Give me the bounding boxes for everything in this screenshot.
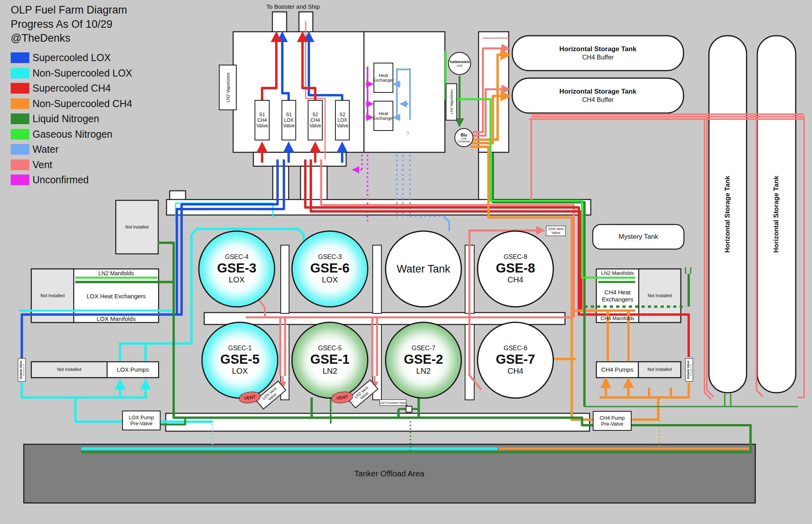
valve-s1-lox: S1 LOX Valve xyxy=(282,100,296,140)
mystery-tank-label: Mystery Tank xyxy=(593,225,684,249)
ln2-manifolds-right-label: LN2 Manifolds xyxy=(596,270,639,276)
ln2-crossfeed-valve-label: LN2 Crossfeed Valve xyxy=(379,399,406,406)
pillar xyxy=(281,245,289,313)
ln2-vaporizers-left: LN2 Vaporizers xyxy=(219,65,237,110)
legend-item: Non-Supercooled CH4 xyxy=(11,98,132,109)
legend-label: Liquid Nitrogen xyxy=(33,113,99,125)
legend-label: Unconfirmed xyxy=(33,174,89,186)
legend-swatch xyxy=(11,83,29,94)
vertical-tank-2-label: Horizontal Storage Tank xyxy=(757,36,796,393)
legend-label: Supercooled CH4 xyxy=(33,83,111,94)
lox-heat-exchangers-label: LOX Heat Exchangers xyxy=(74,293,159,300)
ch4-heat-exchangers-label: CH4 Heat Exchangers xyxy=(596,289,639,303)
pillar xyxy=(373,245,381,313)
tank-gse-8: GSEC-8GSE-8CH4 xyxy=(477,230,554,307)
lox-manifold-not-installed-label: Not Installed xyxy=(31,269,74,322)
tank-gse-3: GSEC-4GSE-3LOX xyxy=(198,230,275,307)
legend-item: Liquid Nitrogen xyxy=(11,113,99,124)
legend-swatch xyxy=(11,68,29,79)
legend-item: Supercooled LOX xyxy=(11,52,111,63)
legend-swatch xyxy=(11,159,29,170)
legend-swatch xyxy=(11,52,29,63)
tank-gse-5: GSEC-1GSE-5LOX xyxy=(201,322,278,399)
pipe-column-lox xyxy=(273,166,289,201)
ch4-manifolds-label: CH4 Manifolds xyxy=(596,315,639,322)
legend-item: Supercooled CH4 xyxy=(11,83,111,94)
booster-chimney-1 xyxy=(272,12,287,33)
ch4-pump-pre-valve: CH4 Pump Pre-Valve xyxy=(593,411,632,431)
tankenstein-sub: LN2 xyxy=(457,64,463,67)
ln2-crossfeed-valve xyxy=(406,406,412,413)
vertical-tank-1-label: Horizontal Storage Tank xyxy=(709,36,747,393)
legend-item: Unconfirmed xyxy=(11,174,89,185)
blu-sub: CH4 Condenser xyxy=(458,137,470,143)
legend-label: Non-Supercooled LOX xyxy=(33,67,132,79)
fuel-farm-diagram: OLP Fuel Farm Diagram Progress As Of 10/… xyxy=(0,0,812,524)
ln2-vaporizers-right-label: LN2 Vaporizers xyxy=(450,90,454,114)
heat-exchanger-2: Heat Exchanger xyxy=(373,101,393,131)
legend-label: Supercooled LOX xyxy=(33,52,111,63)
blu-condenser: Blu CH4 Condenser xyxy=(454,128,473,147)
legend-item: Non-Supercooled LOX xyxy=(11,67,132,79)
ch4-pumps-label: CH4 Pumps xyxy=(596,362,638,378)
bottom-pipe-rack xyxy=(166,413,590,431)
legend-swatch xyxy=(11,113,29,124)
legend-item: Water xyxy=(11,144,59,155)
ch4-manifold-not-installed-label: Not Installed xyxy=(639,269,681,322)
tank-gse-7: GSEC-6GSE-7CH4 xyxy=(477,322,554,399)
legend-item: Vent xyxy=(11,159,52,170)
valve-s2-lox: S2 LOX Valve xyxy=(335,100,350,140)
rack-tab xyxy=(170,191,186,200)
ln2-vaporizers-left-label: LN2 Vaporizers xyxy=(226,73,230,102)
ln2-vaporizers-right: LN2 Vaporizers xyxy=(446,83,457,121)
legend-label: Vent xyxy=(33,159,52,171)
lox-pumps-not-installed-label: Not Installed xyxy=(31,362,107,378)
legend-label: Non-Supercooled CH4 xyxy=(33,98,132,109)
valve-s1-ch4: S1 CH4 Valve xyxy=(255,100,270,140)
lox-detank-valve: Detank ValveNormally Closed xyxy=(18,358,26,382)
blu-name: Blu xyxy=(461,133,467,137)
ch4-vent-valve: CH4 Vent Valve xyxy=(546,226,566,236)
buffer-tank-1-label: Horizontal Storage Tank CH4 Buffer xyxy=(512,38,684,68)
ch4-pumps-not-installed-label: Not Installed xyxy=(638,362,681,378)
tankenstein-unit: Tankenstein LN2 xyxy=(448,52,471,75)
tankenstein-name: Tankenstein xyxy=(449,60,470,64)
to-booster-label: To Booster and Ship xyxy=(253,3,333,10)
legend-label: Water xyxy=(33,144,59,155)
legend-swatch xyxy=(11,144,29,155)
page-title: OLP Fuel Farm Diagram Progress As Of 10/… xyxy=(11,3,181,46)
legend-swatch xyxy=(11,129,29,140)
lox-pump-pre-valve: LOX Pump Pre-Valve xyxy=(122,411,161,430)
tank-gse-2: GSEC-7GSE-2LN2 xyxy=(385,322,462,399)
water-tank: Water Tank xyxy=(385,230,462,307)
legend-item: Gaseous Nitrogen xyxy=(11,129,113,140)
legend-swatch xyxy=(11,175,29,185)
tank-gse-1: GSEC-5GSE-1LN2 xyxy=(291,322,368,399)
lox-manifolds-label: LOX Manifolds xyxy=(74,315,159,322)
ch4-detank-valve: Detank ValveNormally Closed xyxy=(685,358,693,382)
ln2-manifolds-left-label: LN2 Manifolds xyxy=(74,270,159,277)
valve-s2-ch4: S2 CH4 Valve xyxy=(308,100,323,140)
lox-pumps-label: LOX Pumps xyxy=(107,362,159,378)
tanker-offload-label: Tanker Offload Area xyxy=(310,469,469,478)
valve-pedestal xyxy=(253,152,346,166)
question-mark: ? xyxy=(404,130,412,137)
buffer-tank-2-label: Horizontal Storage Tank CH4 Buffer xyxy=(512,81,684,111)
tank-gse-6: GSEC-3GSE-6LOX xyxy=(291,230,368,307)
legend-swatch xyxy=(11,98,29,109)
not-installed-upper-label: Not Installed xyxy=(116,200,158,254)
legend-label: Gaseous Nitrogen xyxy=(33,129,113,140)
heat-exchanger-1: Heat Exchanger xyxy=(373,63,393,93)
